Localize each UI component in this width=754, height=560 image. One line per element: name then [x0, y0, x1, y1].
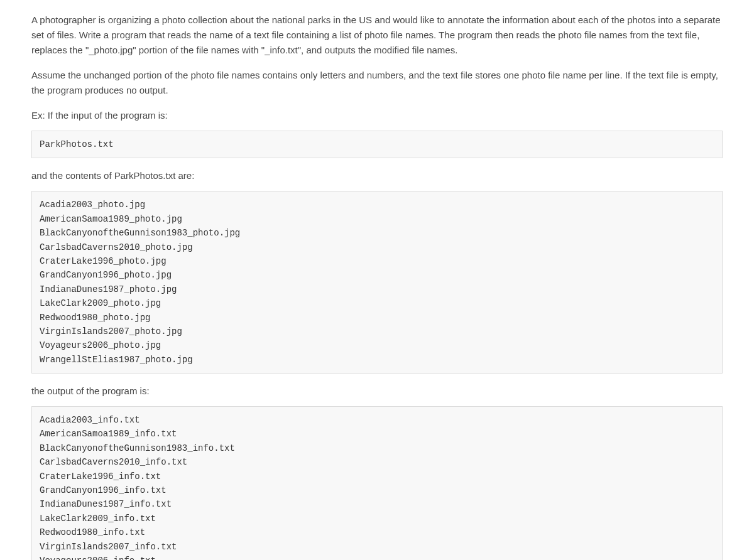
- output-contents-code-block: Acadia2003_info.txt AmericanSamoa1989_in…: [31, 406, 723, 560]
- problem-intro-paragraph: A photographer is organizing a photo col…: [31, 13, 723, 58]
- problem-assumption-paragraph: Assume the unchanged portion of the phot…: [31, 68, 723, 98]
- example-input-label: Ex: If the input of the program is:: [31, 108, 723, 123]
- input-filename-code-block: ParkPhotos.txt: [31, 131, 723, 158]
- file-contents-code-block: Acadia2003_photo.jpg AmericanSamoa1989_p…: [31, 191, 723, 374]
- contents-label: and the contents of ParkPhotos.txt are:: [31, 168, 723, 183]
- output-label: the output of the program is:: [31, 384, 723, 399]
